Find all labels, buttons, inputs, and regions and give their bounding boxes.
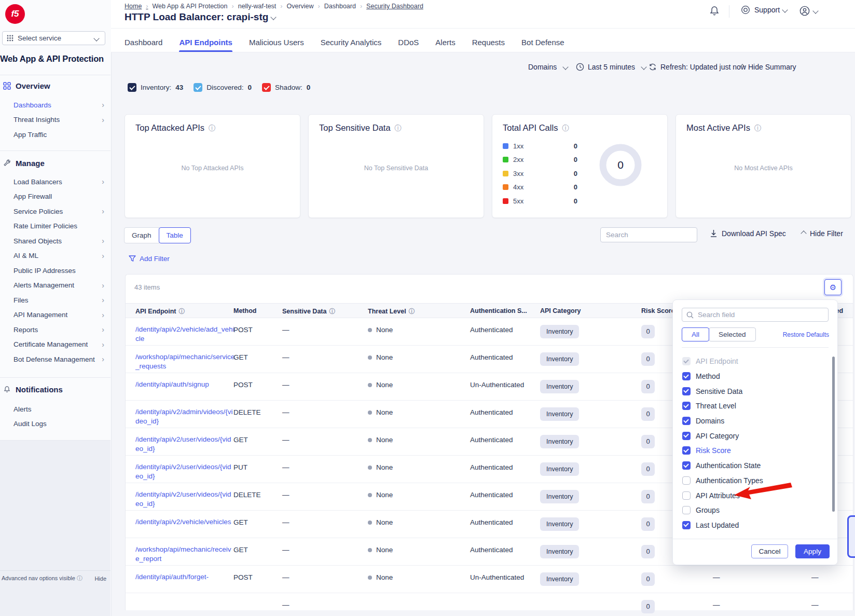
sidebar-item[interactable]: Public IP Addresses › bbox=[0, 263, 111, 278]
service-selector[interactable]: Select service bbox=[2, 31, 105, 45]
endpoint-link[interactable]: /identity/api/v2/user/videos/{video_id} bbox=[135, 435, 235, 454]
breadcrumb-item[interactable]: Home bbox=[125, 3, 153, 10]
endpoint-link[interactable]: /identity/api/v2/user/videos/{video_id} bbox=[135, 462, 235, 481]
breadcrumb-item[interactable]: nelly-waf-test bbox=[238, 3, 287, 10]
risk-score-cell: 0 bbox=[641, 380, 655, 393]
breadcrumb-item[interactable]: Security Dashboard bbox=[366, 3, 423, 10]
counter-checkbox[interactable]: Inventory: 43 bbox=[128, 83, 183, 92]
sidebar-item[interactable]: Audit Logs › bbox=[0, 417, 111, 432]
column-checkbox-item[interactable]: Method bbox=[673, 369, 837, 384]
apply-button[interactable]: Apply bbox=[795, 544, 830, 558]
breadcrumb-item[interactable]: Overview bbox=[287, 3, 324, 10]
risk-score-cell: 0 bbox=[641, 462, 655, 476]
search-input[interactable] bbox=[600, 227, 697, 242]
sidebar-item[interactable]: Bot Defense Management › bbox=[0, 352, 111, 367]
endpoint-link[interactable]: /identity/api/v2/vehicle/add_vehicle bbox=[135, 325, 235, 344]
column-header-method[interactable]: Method bbox=[233, 307, 256, 314]
threat-level-cell: None bbox=[368, 353, 393, 361]
card-title: Total API Callsⓘ bbox=[503, 123, 569, 133]
column-header-sensitive-data[interactable]: Sensitive Dataⓘ bbox=[282, 307, 335, 316]
tab[interactable]: Dashboard bbox=[125, 33, 162, 52]
column-checkbox-item[interactable]: Domains bbox=[673, 414, 837, 429]
column-checkbox-item[interactable]: API Endpoint bbox=[673, 354, 837, 369]
column-checkbox-item[interactable]: Risk Score bbox=[673, 443, 837, 458]
graph-view-button[interactable]: Graph bbox=[124, 227, 159, 243]
column-checkbox-item[interactable]: API Category bbox=[673, 428, 837, 443]
endpoint-link[interactable]: /workshop/api/mechanic/receive_report bbox=[135, 545, 235, 564]
column-checkbox-item[interactable]: Last Updated bbox=[673, 518, 837, 533]
filter-all-button[interactable]: All bbox=[682, 327, 709, 341]
column-header-api-endpoint[interactable]: API Endpointⓘ bbox=[135, 307, 185, 316]
counter-checkbox[interactable]: Shadow: 0 bbox=[262, 83, 310, 92]
category-badge: Inventory bbox=[540, 462, 579, 476]
column-header-api-category[interactable]: API Category bbox=[540, 307, 581, 314]
endpoint-link[interactable]: /identity/api/auth/forget- bbox=[135, 572, 235, 582]
scrollbar-thumb[interactable] bbox=[832, 357, 835, 512]
cancel-button[interactable]: Cancel bbox=[751, 544, 788, 558]
hide-filter-button[interactable]: Hide Filter bbox=[802, 229, 843, 238]
sidebar-item[interactable]: Reports › bbox=[0, 322, 111, 337]
column-checkbox-item[interactable]: Threat Level bbox=[673, 399, 837, 414]
clock-icon bbox=[576, 63, 584, 71]
risk-score-cell: 0 bbox=[641, 517, 655, 531]
sidebar-item[interactable]: AI & ML › bbox=[0, 249, 111, 264]
sidebar-item-label: Threat Insights bbox=[13, 116, 60, 124]
endpoint-link[interactable]: /identity/api/auth/signup bbox=[135, 380, 235, 389]
endpoint-link[interactable]: /identity/api/v2/vehicle/vehicles bbox=[135, 517, 235, 527]
column-header-threat-level[interactable]: Threat Levelⓘ bbox=[368, 307, 415, 316]
sidebar-item[interactable]: Dashboards › bbox=[0, 98, 111, 113]
filter-selected-button[interactable]: Selected bbox=[709, 327, 756, 341]
restore-defaults-link[interactable]: Restore Defaults bbox=[783, 331, 829, 338]
sidebar-item[interactable]: Alerts Management › bbox=[0, 278, 111, 293]
breadcrumb-item[interactable]: Web App & API Protection bbox=[153, 3, 238, 10]
sidebar-item[interactable]: Load Balancers › bbox=[0, 174, 111, 189]
refresh-button[interactable]: Refresh: Updated just now bbox=[649, 63, 746, 71]
time-range-dropdown[interactable]: Last 5 minutes bbox=[576, 63, 646, 71]
threat-level-dot bbox=[368, 383, 372, 387]
chevron-down-icon[interactable] bbox=[271, 14, 277, 20]
sidebar-item[interactable]: App Firewall › bbox=[0, 189, 111, 204]
sidebar-item[interactable]: Certificate Management › bbox=[0, 337, 111, 352]
breadcrumb-item[interactable]: Dashboard bbox=[324, 3, 366, 10]
table-view-button[interactable]: Table bbox=[159, 227, 191, 243]
tab[interactable]: Malicious Users bbox=[249, 33, 304, 52]
add-filter-button[interactable]: Add Filter bbox=[129, 255, 170, 263]
tab[interactable]: Bot Defense bbox=[521, 33, 564, 52]
column-header-risk-score[interactable]: Risk Score bbox=[641, 307, 675, 314]
tab[interactable]: Requests bbox=[472, 33, 505, 52]
tab[interactable]: API Endpoints bbox=[179, 33, 232, 52]
risk-score-badge: 0 bbox=[641, 517, 655, 531]
sidebar-item[interactable]: Service Policies › bbox=[0, 204, 111, 219]
column-checkbox-item[interactable]: Authentication State bbox=[673, 458, 837, 473]
sidebar-item[interactable]: App Traffic › bbox=[0, 127, 111, 142]
tab[interactable]: DDoS bbox=[398, 33, 419, 52]
chevron-up-icon bbox=[801, 230, 806, 236]
sidebar-item[interactable]: Alerts › bbox=[0, 402, 111, 417]
counter-checkbox[interactable]: Discovered: 0 bbox=[194, 83, 252, 92]
column-settings-button[interactable]: ⚙ bbox=[824, 279, 842, 295]
download-api-spec-button[interactable]: Download API Spec bbox=[710, 229, 786, 238]
sidebar-item[interactable]: API Management › bbox=[0, 308, 111, 323]
hide-nav-button[interactable]: Hide bbox=[94, 576, 106, 582]
domains-dropdown[interactable]: Domains bbox=[528, 63, 568, 71]
endpoint-link[interactable]: /identity/api/v2/user/videos/{video_id} bbox=[135, 490, 235, 509]
risk-score-cell: 0 bbox=[641, 435, 655, 448]
tab[interactable]: Security Analytics bbox=[321, 33, 382, 52]
account-menu[interactable] bbox=[799, 5, 818, 17]
field-search-input[interactable] bbox=[682, 308, 829, 322]
sidebar-item[interactable]: Files › bbox=[0, 293, 111, 308]
endpoint-link[interactable]: /identity/api/v2/admin/videos/{video_id} bbox=[135, 407, 235, 426]
threat-level-cell: None bbox=[368, 408, 393, 416]
support-menu[interactable]: Support bbox=[741, 5, 787, 15]
column-checkbox-item[interactable]: Sensitive Data bbox=[673, 384, 837, 399]
sidebar-item[interactable]: Shared Objects › bbox=[0, 234, 111, 249]
sidebar-item[interactable]: Threat Insights › bbox=[0, 113, 111, 128]
risk-score-cell: 0 bbox=[641, 407, 655, 421]
column-header-authentication-state[interactable]: Authentication S... bbox=[470, 307, 527, 314]
tab[interactable]: Alerts bbox=[435, 33, 455, 52]
column-checkbox-item[interactable]: Groups bbox=[673, 503, 837, 518]
notifications-bell-button[interactable] bbox=[709, 5, 720, 17]
endpoint-link[interactable]: /workshop/api/mechanic/service_requests bbox=[135, 352, 235, 371]
hide-summary-button[interactable]: Hide Summary bbox=[740, 63, 796, 71]
sidebar-item[interactable]: Rate Limiter Policies › bbox=[0, 219, 111, 234]
